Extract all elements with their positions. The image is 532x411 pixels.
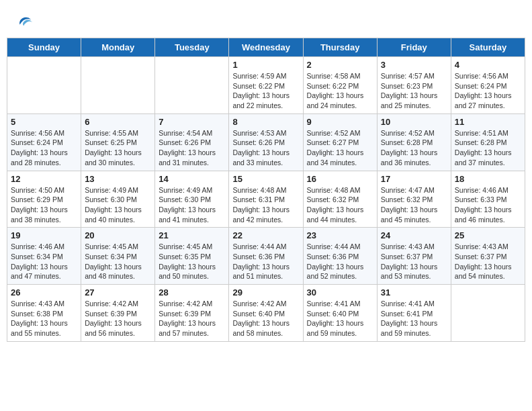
calendar-cell: 7Sunrise: 4:54 AM Sunset: 6:26 PM Daylig… [155, 113, 229, 171]
day-number: 23 [307, 230, 373, 240]
day-number: 18 [455, 174, 521, 184]
calendar-cell: 11Sunrise: 4:51 AM Sunset: 6:28 PM Dayli… [451, 113, 525, 171]
week-row-2: 5Sunrise: 4:56 AM Sunset: 6:24 PM Daylig… [7, 113, 525, 171]
day-info: Sunrise: 4:56 AM Sunset: 6:24 PM Dayligh… [455, 71, 521, 111]
calendar-cell [451, 285, 525, 342]
day-info: Sunrise: 4:42 AM Sunset: 6:39 PM Dayligh… [85, 299, 151, 338]
calendar-cell: 16Sunrise: 4:48 AM Sunset: 6:32 PM Dayli… [303, 171, 377, 228]
day-info: Sunrise: 4:42 AM Sunset: 6:40 PM Dayligh… [232, 299, 299, 338]
calendar-cell: 29Sunrise: 4:42 AM Sunset: 6:40 PM Dayli… [229, 285, 303, 342]
day-info: Sunrise: 4:46 AM Sunset: 6:34 PM Dayligh… [11, 242, 77, 281]
day-info: Sunrise: 4:55 AM Sunset: 6:25 PM Dayligh… [85, 128, 151, 168]
day-info: Sunrise: 4:44 AM Sunset: 6:36 PM Dayligh… [307, 242, 373, 281]
day-number: 30 [307, 287, 373, 298]
header-wednesday: Wednesday [229, 38, 303, 57]
day-number: 4 [455, 60, 521, 70]
day-number: 11 [455, 117, 521, 127]
header-monday: Monday [81, 38, 155, 57]
header-friday: Friday [377, 38, 451, 57]
day-info: Sunrise: 4:45 AM Sunset: 6:34 PM Dayligh… [85, 242, 151, 281]
day-info: Sunrise: 4:52 AM Sunset: 6:28 PM Dayligh… [381, 128, 447, 168]
week-row-1: 1Sunrise: 4:59 AM Sunset: 6:22 PM Daylig… [7, 57, 525, 114]
calendar-cell: 22Sunrise: 4:44 AM Sunset: 6:36 PM Dayli… [229, 228, 303, 285]
header-thursday: Thursday [303, 38, 377, 57]
calendar-cell [81, 57, 155, 114]
day-number: 1 [232, 60, 299, 70]
header-tuesday: Tuesday [155, 38, 229, 57]
day-info: Sunrise: 4:44 AM Sunset: 6:36 PM Dayligh… [232, 242, 299, 281]
logo-icon [15, 12, 34, 31]
calendar-cell: 1Sunrise: 4:59 AM Sunset: 6:22 PM Daylig… [229, 57, 303, 114]
day-number: 6 [85, 117, 151, 127]
day-number: 26 [11, 287, 77, 298]
calendar-cell: 15Sunrise: 4:48 AM Sunset: 6:31 PM Dayli… [229, 171, 303, 228]
day-info: Sunrise: 4:43 AM Sunset: 6:38 PM Dayligh… [11, 299, 77, 338]
calendar-cell: 12Sunrise: 4:50 AM Sunset: 6:29 PM Dayli… [7, 171, 81, 228]
calendar-cell: 5Sunrise: 4:56 AM Sunset: 6:24 PM Daylig… [7, 113, 81, 171]
day-info: Sunrise: 4:49 AM Sunset: 6:30 PM Dayligh… [85, 185, 151, 225]
day-info: Sunrise: 4:43 AM Sunset: 6:37 PM Dayligh… [381, 242, 447, 281]
calendar-cell: 18Sunrise: 4:46 AM Sunset: 6:33 PM Dayli… [451, 171, 525, 228]
calendar-cell: 28Sunrise: 4:42 AM Sunset: 6:39 PM Dayli… [155, 285, 229, 342]
day-info: Sunrise: 4:54 AM Sunset: 6:26 PM Dayligh… [159, 128, 225, 168]
day-info: Sunrise: 4:56 AM Sunset: 6:24 PM Dayligh… [11, 128, 77, 168]
calendar-cell: 2Sunrise: 4:58 AM Sunset: 6:22 PM Daylig… [303, 57, 377, 114]
day-number: 28 [159, 287, 225, 298]
calendar-cell [7, 57, 81, 114]
calendar-cell: 27Sunrise: 4:42 AM Sunset: 6:39 PM Dayli… [81, 285, 155, 342]
day-info: Sunrise: 4:42 AM Sunset: 6:39 PM Dayligh… [159, 299, 225, 338]
calendar-cell: 19Sunrise: 4:46 AM Sunset: 6:34 PM Dayli… [7, 228, 81, 285]
day-number: 25 [455, 230, 521, 240]
day-number: 29 [232, 287, 299, 298]
day-number: 3 [381, 60, 447, 70]
calendar-cell: 8Sunrise: 4:53 AM Sunset: 6:26 PM Daylig… [229, 113, 303, 171]
day-number: 20 [85, 230, 151, 240]
day-info: Sunrise: 4:47 AM Sunset: 6:32 PM Dayligh… [381, 185, 447, 225]
calendar-header-row: SundayMondayTuesdayWednesdayThursdayFrid… [7, 38, 525, 57]
day-number: 22 [232, 230, 299, 240]
day-info: Sunrise: 4:46 AM Sunset: 6:33 PM Dayligh… [455, 185, 521, 225]
day-number: 7 [159, 117, 225, 127]
calendar-cell: 10Sunrise: 4:52 AM Sunset: 6:28 PM Dayli… [377, 113, 451, 171]
day-info: Sunrise: 4:48 AM Sunset: 6:32 PM Dayligh… [307, 185, 373, 225]
day-info: Sunrise: 4:57 AM Sunset: 6:23 PM Dayligh… [381, 71, 447, 111]
day-info: Sunrise: 4:52 AM Sunset: 6:27 PM Dayligh… [307, 128, 373, 168]
calendar-cell: 21Sunrise: 4:45 AM Sunset: 6:35 PM Dayli… [155, 228, 229, 285]
day-number: 15 [232, 174, 299, 184]
page-header [7, 7, 525, 35]
calendar-cell: 26Sunrise: 4:43 AM Sunset: 6:38 PM Dayli… [7, 285, 81, 342]
calendar-cell: 14Sunrise: 4:49 AM Sunset: 6:30 PM Dayli… [155, 171, 229, 228]
calendar-table: SundayMondayTuesdayWednesdayThursdayFrid… [7, 38, 525, 342]
header-sunday: Sunday [7, 38, 81, 57]
day-info: Sunrise: 4:41 AM Sunset: 6:41 PM Dayligh… [381, 299, 447, 338]
calendar-cell: 4Sunrise: 4:56 AM Sunset: 6:24 PM Daylig… [451, 57, 525, 114]
day-info: Sunrise: 4:43 AM Sunset: 6:37 PM Dayligh… [455, 242, 521, 281]
day-number: 2 [307, 60, 373, 70]
day-number: 16 [307, 174, 373, 184]
calendar-cell: 13Sunrise: 4:49 AM Sunset: 6:30 PM Dayli… [81, 171, 155, 228]
calendar-cell: 20Sunrise: 4:45 AM Sunset: 6:34 PM Dayli… [81, 228, 155, 285]
header-saturday: Saturday [451, 38, 525, 57]
day-info: Sunrise: 4:45 AM Sunset: 6:35 PM Dayligh… [159, 242, 225, 281]
day-info: Sunrise: 4:49 AM Sunset: 6:30 PM Dayligh… [159, 185, 225, 225]
week-row-3: 12Sunrise: 4:50 AM Sunset: 6:29 PM Dayli… [7, 171, 525, 228]
calendar-cell: 31Sunrise: 4:41 AM Sunset: 6:41 PM Dayli… [377, 285, 451, 342]
day-info: Sunrise: 4:58 AM Sunset: 6:22 PM Dayligh… [307, 71, 373, 111]
day-number: 21 [159, 230, 225, 240]
logo [13, 12, 34, 31]
calendar-cell: 24Sunrise: 4:43 AM Sunset: 6:37 PM Dayli… [377, 228, 451, 285]
calendar-cell [155, 57, 229, 114]
day-info: Sunrise: 4:50 AM Sunset: 6:29 PM Dayligh… [11, 185, 77, 225]
day-number: 31 [381, 287, 447, 298]
day-info: Sunrise: 4:59 AM Sunset: 6:22 PM Dayligh… [232, 71, 299, 111]
day-info: Sunrise: 4:53 AM Sunset: 6:26 PM Dayligh… [232, 128, 299, 168]
day-number: 17 [381, 174, 447, 184]
calendar-cell: 17Sunrise: 4:47 AM Sunset: 6:32 PM Dayli… [377, 171, 451, 228]
calendar-cell: 30Sunrise: 4:41 AM Sunset: 6:40 PM Dayli… [303, 285, 377, 342]
week-row-4: 19Sunrise: 4:46 AM Sunset: 6:34 PM Dayli… [7, 228, 525, 285]
day-info: Sunrise: 4:41 AM Sunset: 6:40 PM Dayligh… [307, 299, 373, 338]
calendar-body: 1Sunrise: 4:59 AM Sunset: 6:22 PM Daylig… [7, 57, 525, 342]
day-number: 13 [85, 174, 151, 184]
calendar-cell: 6Sunrise: 4:55 AM Sunset: 6:25 PM Daylig… [81, 113, 155, 171]
day-number: 10 [381, 117, 447, 127]
